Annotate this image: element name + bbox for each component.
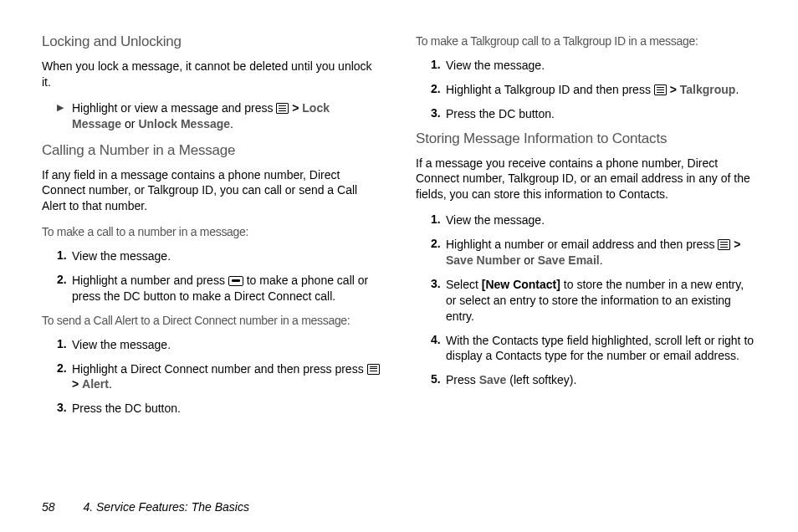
body-text: If any field in a message contains a pho… <box>42 167 382 215</box>
list-item: 1.View the message. <box>431 58 756 74</box>
list-item: 3.Select [New Contact] to store the numb… <box>431 277 756 325</box>
subheading: To make a Talkgroup call to a Talkgroup … <box>416 33 756 49</box>
page-footer: 58 4. Service Features: The Basics <box>42 500 249 514</box>
ordered-list: 1.View the message. 2.Highlight a number… <box>42 248 382 304</box>
call-key-icon <box>228 276 243 286</box>
menu-key-icon <box>654 84 667 95</box>
body-text: If a message you receive contains a phon… <box>416 156 756 203</box>
chapter-title: 4. Service Features: The Basics <box>83 500 248 514</box>
list-item: 2.Highlight a Direct Connect number and … <box>57 361 382 393</box>
list-item: 3.Press the DC button. <box>57 401 382 417</box>
heading-storing: Storing Message Information to Contacts <box>416 130 756 147</box>
page-number: 58 <box>42 500 55 514</box>
ordered-list: 1.View the message. 2.Highlight a Direct… <box>42 337 382 417</box>
instruction-bullet: ▶ Highlight or view a message and press … <box>42 100 382 132</box>
list-item: 2.Highlight a number and press to make a… <box>57 273 382 304</box>
bullet-text: Highlight or view a message and press > … <box>72 100 382 132</box>
list-item: 4.With the Contacts type field highlight… <box>431 333 756 365</box>
body-text: When you lock a message, it cannot be de… <box>42 59 382 90</box>
list-item: 2.Highlight a number or email address an… <box>431 237 756 269</box>
list-item: 5.Press Save (left softkey). <box>431 372 756 388</box>
list-item: 1.View the message. <box>431 212 756 228</box>
left-column: Locking and Unlocking When you lock a me… <box>42 33 382 425</box>
heading-locking: Locking and Unlocking <box>42 33 382 50</box>
list-item: 1.View the message. <box>57 248 382 264</box>
menu-key-icon <box>367 364 380 375</box>
ordered-list: 1.View the message. 2.Highlight a number… <box>416 212 756 388</box>
menu-key-icon <box>718 239 730 250</box>
menu-key-icon <box>276 103 289 114</box>
ordered-list: 1.View the message. 2.Highlight a Talkgr… <box>416 58 756 122</box>
list-item: 2.Highlight a Talkgroup ID and then pres… <box>431 82 756 98</box>
list-item: 1.View the message. <box>57 337 382 353</box>
right-column: To make a Talkgroup call to a Talkgroup … <box>416 33 756 425</box>
subheading: To send a Call Alert to a Direct Connect… <box>42 313 382 329</box>
heading-calling: Calling a Number in a Message <box>42 142 382 159</box>
triangle-bullet-icon: ▶ <box>57 100 72 132</box>
subheading: To make a call to a number in a message: <box>42 224 382 240</box>
list-item: 3.Press the DC button. <box>431 106 756 122</box>
